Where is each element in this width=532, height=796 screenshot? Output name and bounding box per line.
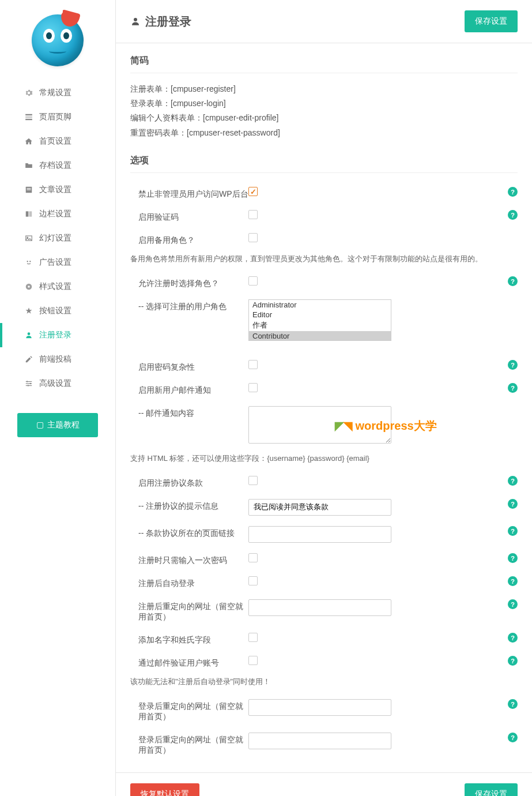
- sidebar-item-header-footer[interactable]: 页眉页脚: [0, 105, 115, 129]
- option-captcha-label: 启用验证码: [130, 210, 248, 223]
- help-icon[interactable]: ?: [508, 276, 518, 286]
- help-icon[interactable]: ?: [508, 699, 518, 709]
- option-captcha-checkbox[interactable]: [248, 210, 258, 219]
- option-email-content-note: 支持 HTML 标签，还可以使用这些字段：{username} {passwor…: [130, 453, 518, 464]
- option-terms-hint-input[interactable]: [248, 499, 391, 516]
- sidebar-item-home[interactable]: 首页设置: [0, 129, 115, 153]
- content-area: 简码 注册表单：[cmpuser-register] 登录表单：[cmpuser…: [116, 43, 532, 772]
- option-login-redirect1-input[interactable]: [248, 699, 391, 716]
- option-terms-link-label: -- 条款协议所在的页面链接: [130, 526, 248, 539]
- sidebar-item-sidebar[interactable]: 边栏设置: [0, 202, 115, 226]
- help-icon[interactable]: ?: [508, 499, 518, 509]
- sidebar-item-advanced[interactable]: 高级设置: [0, 371, 115, 396]
- sidebar-item-style[interactable]: 样式设置: [0, 275, 115, 299]
- svg-point-19: [30, 383, 31, 384]
- svg-point-13: [28, 286, 30, 288]
- option-login-redirect2-input[interactable]: [248, 733, 391, 749]
- option-new-user-email-checkbox[interactable]: [248, 383, 258, 392]
- option-single-password-label: 注册时只需输入一次密码: [130, 553, 248, 566]
- svg-rect-6: [26, 211, 29, 216]
- save-button-bottom[interactable]: 保存设置: [465, 783, 518, 796]
- option-block-nonadmin-checkbox[interactable]: [248, 187, 258, 196]
- sidebar-item-label: 按钮设置: [39, 306, 71, 316]
- role-option[interactable]: Contributor: [249, 331, 391, 341]
- sidebar-item-label: 边栏设置: [39, 209, 71, 219]
- page-title: 注册登录: [130, 14, 191, 29]
- option-roles-multiselect[interactable]: Administrator Editor 作者 Contributor: [248, 299, 391, 341]
- main-panel: 注册登录 保存设置 简码 注册表单：[cmpuser-register] 登录表…: [115, 0, 532, 796]
- option-backup-role-label: 启用备用角色？: [130, 233, 248, 246]
- help-icon[interactable]: ?: [508, 656, 518, 666]
- option-allow-role-checkbox[interactable]: [248, 276, 258, 286]
- sidebar-item-slider[interactable]: 幻灯设置: [0, 226, 115, 250]
- help-icon[interactable]: ?: [508, 360, 518, 370]
- sidebar-item-label: 前端投稿: [39, 354, 71, 365]
- svg-rect-0: [25, 114, 32, 115]
- help-icon[interactable]: ?: [508, 526, 518, 536]
- shortcode-register: 注册表单：[cmpuser-register]: [130, 82, 518, 96]
- sidebar-item-label: 注册登录: [39, 330, 71, 340]
- option-block-nonadmin-label: 禁止非管理员用户访问WP后台: [130, 187, 248, 200]
- option-add-name-fields-label: 添加名字和姓氏字段: [130, 633, 248, 645]
- help-icon[interactable]: ?: [508, 210, 518, 220]
- sidebar-menu: 常规设置 页眉页脚 首页设置 存档设置 文章设置 边栏设置 幻灯设置 广告设置 …: [0, 81, 115, 396]
- section-shortcode-title: 简码: [130, 55, 518, 73]
- option-email-verify-label: 通过邮件验证用户账号: [130, 656, 248, 669]
- option-auto-login-checkbox[interactable]: [248, 576, 258, 585]
- save-button-top[interactable]: 保存设置: [465, 10, 518, 32]
- sidebar-item-register-login[interactable]: 注册登录: [0, 323, 115, 347]
- option-password-complexity-checkbox[interactable]: [248, 360, 258, 369]
- option-terms-link-input[interactable]: [248, 526, 391, 543]
- option-terms-label: 启用注册协议条款: [130, 476, 248, 489]
- svg-rect-4: [27, 188, 31, 189]
- columns-icon: [24, 209, 33, 219]
- reset-button[interactable]: 恢复默认设置: [130, 783, 199, 796]
- option-email-verify-checkbox[interactable]: [248, 656, 258, 665]
- svg-rect-1: [25, 117, 32, 118]
- option-login-redirect2-label: 登录后重定向的网址（留空就用首页）: [130, 733, 248, 756]
- sidebar-item-general[interactable]: 常规设置: [0, 81, 115, 105]
- option-new-user-email-label: 启用新用户邮件通知: [130, 383, 248, 396]
- option-email-content-textarea[interactable]: [248, 406, 391, 444]
- folder-icon: [24, 161, 33, 170]
- page-footer: 恢复默认设置 保存设置: [116, 772, 532, 796]
- svg-point-10: [27, 261, 28, 262]
- help-icon[interactable]: ?: [508, 476, 518, 486]
- option-single-password-checkbox[interactable]: [248, 553, 258, 562]
- palette-icon: [24, 282, 33, 291]
- option-backup-role-note: 备用角色将禁用所有新用户的权限，直到管理员更改为其他角色。这个对于有限制功能的站…: [130, 254, 518, 264]
- role-option[interactable]: Administrator: [249, 300, 391, 310]
- help-icon[interactable]: ?: [508, 553, 518, 563]
- svg-point-18: [27, 381, 28, 382]
- help-icon[interactable]: ?: [508, 187, 518, 197]
- svg-rect-7: [29, 211, 32, 216]
- theme-tutorial-button[interactable]: ▢主题教程: [17, 413, 98, 437]
- option-terms-checkbox[interactable]: [248, 476, 258, 485]
- sidebar-item-archive[interactable]: 存档设置: [0, 153, 115, 178]
- option-add-name-fields-checkbox[interactable]: [248, 633, 258, 642]
- sidebar-item-buttons[interactable]: 按钮设置: [0, 299, 115, 323]
- svg-point-14: [28, 332, 31, 335]
- section-options-title: 选项: [130, 155, 518, 173]
- user-icon: [130, 16, 141, 27]
- role-option[interactable]: Editor: [249, 310, 391, 320]
- sidebar-item-ads[interactable]: 广告设置: [0, 250, 115, 275]
- help-icon[interactable]: ?: [508, 383, 518, 393]
- sidebar-item-frontend-post[interactable]: 前端投稿: [0, 347, 115, 371]
- help-icon[interactable]: ?: [508, 576, 518, 586]
- help-icon[interactable]: ?: [508, 599, 518, 609]
- option-password-complexity-label: 启用密码复杂性: [130, 360, 248, 373]
- option-register-redirect-input[interactable]: [248, 599, 391, 616]
- help-icon[interactable]: ?: [508, 633, 518, 643]
- shortcode-reset-password: 重置密码表单：[cmpuser-reset-password]: [130, 126, 518, 140]
- option-email-verify-note: 该功能无法和"注册后自动登录"同时使用！: [130, 677, 518, 687]
- smile-icon: [24, 258, 33, 267]
- sidebar-item-label: 样式设置: [39, 281, 71, 292]
- role-option[interactable]: 作者: [249, 320, 391, 331]
- home-icon: [24, 137, 33, 146]
- option-backup-role-checkbox[interactable]: [248, 233, 258, 242]
- help-icon[interactable]: ?: [508, 733, 518, 742]
- sidebar-item-post[interactable]: 文章设置: [0, 178, 115, 202]
- option-register-redirect-label: 注册后重定向的网址（留空就用首页）: [130, 599, 248, 622]
- shortcode-edit-profile: 编辑个人资料表单：[cmpuser-edit-profile]: [130, 111, 518, 125]
